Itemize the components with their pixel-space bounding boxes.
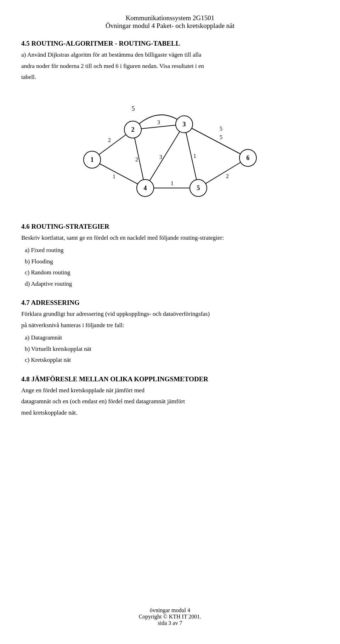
edge-label-4-5: 1 (171, 180, 174, 186)
edge-label-5-6: 2 (226, 173, 229, 179)
section-45-text1: a) Använd Dijkstras algoritm för att bes… (21, 50, 319, 59)
section-46: 4.6 ROUTING-STRATEGIER Beskriv kortfatta… (21, 223, 319, 289)
edge-label-2-4: 2 (135, 156, 138, 163)
section-47-item-2: c) Kretskopplat nät (25, 355, 319, 365)
node-6-label: 6 (246, 154, 250, 161)
edge-label-1-4: 1 (113, 173, 115, 179)
edge-label-2-3: 3 (157, 119, 160, 125)
edge-label-3-6: 5 (220, 134, 222, 140)
section-46-item-0: a) Fixed routing (25, 246, 319, 255)
section-47: 4.7 ADRESSERING Förklara grundligt hur a… (21, 299, 319, 365)
node-2-label: 2 (131, 126, 135, 133)
section-47-item-1: b) Virtuellt kretskopplat nät (25, 344, 319, 354)
section-47-heading: 4.7 ADRESSERING (21, 299, 319, 307)
section-48: 4.8 JÄMFÖRESLE MELLAN OLIKA KOPPLINGSMET… (21, 375, 319, 417)
network-graph: 5 2 1 3 2 5 1 1 (71, 92, 269, 213)
footer-line1: övningar modul 4 (0, 607, 340, 614)
edge-label-arc-5: 5 (220, 126, 222, 132)
section-48-text3: med kretskopplade nät. (21, 408, 319, 417)
section-46-intro: Beskriv kortfattat, samt ge en fördel oc… (21, 233, 319, 243)
edge-2-4 (133, 130, 145, 188)
page: Kommunikationssystem 2G1501 Övningar mod… (0, 0, 340, 644)
section-45-heading: 4.5 ROUTING-ALGORITMER - ROUTING-TABELL (21, 40, 319, 47)
node-1-label: 1 (91, 156, 94, 163)
section-46-item-1: b) Flooding (25, 257, 319, 266)
footer-line2: Copyright © KTH IT 2001. (0, 614, 340, 620)
edge-label-3-5: 1 (193, 153, 196, 159)
graph-container: 5 2 1 3 2 5 1 1 (21, 92, 319, 213)
section-48-text1: Ange en fördel med kretskopplade nät jäm… (21, 386, 319, 395)
edge-label-4-3: 3 (159, 154, 162, 160)
node-5-label: 5 (197, 184, 200, 192)
page-footer: övningar modul 4 Copyright © KTH IT 2001… (0, 607, 340, 626)
page-header: Kommunikationssystem 2G1501 Övningar mod… (21, 14, 319, 30)
edge-1-4 (92, 160, 145, 188)
graph-top-label: 5 (132, 105, 135, 112)
edge-3-5 (184, 124, 198, 188)
section-47-text2: på nätverksnivå hanteras i följande tre … (21, 321, 319, 330)
section-45: 4.5 ROUTING-ALGORITMER - ROUTING-TABELL … (21, 40, 319, 82)
node-3-label: 3 (183, 121, 186, 128)
section-45-text3: tabell. (21, 73, 319, 82)
node-4-label: 4 (144, 184, 147, 192)
header-line2: Övningar modul 4 Paket- och kretskopplad… (21, 22, 319, 30)
section-47-item-0: a) Datagramnät (25, 333, 319, 342)
section-46-heading: 4.6 ROUTING-STRATEGIER (21, 223, 319, 230)
section-48-text2: datagramnät och en (och endast en) förde… (21, 397, 319, 406)
header-line1: Kommunikationssystem 2G1501 (21, 14, 319, 22)
footer-line3: sida 3 av 7 (0, 620, 340, 626)
section-47-text1: Förklara grundligt hur adressering (vid … (21, 309, 319, 319)
section-46-item-2: c) Random routing (25, 268, 319, 277)
edge-label-1-2: 2 (108, 137, 111, 143)
section-46-item-3: d) Adaptive routing (25, 279, 319, 289)
edge-4-3 (145, 124, 184, 188)
section-48-heading: 4.8 JÄMFÖRESLE MELLAN OLIKA KOPPLINGSMET… (21, 375, 319, 383)
section-45-text2: andra noder för noderna 2 till och med 6… (21, 62, 319, 71)
